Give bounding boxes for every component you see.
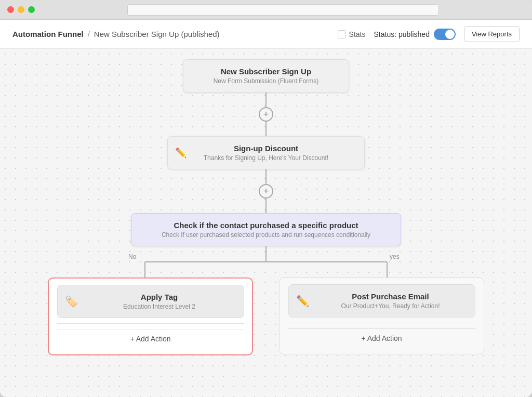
breadcrumb-separator: /	[88, 30, 90, 38]
app-window: Automation Funnel / New Subscriber Sign …	[0, 0, 532, 397]
right-divider	[288, 323, 475, 323]
svg-text:yes: yes	[390, 253, 400, 260]
stats-label: Stats	[349, 30, 366, 38]
condition-node[interactable]: Check if the contact purchased a specifi…	[131, 213, 401, 246]
line-2b	[265, 198, 267, 213]
stats-toggle[interactable]: Stats	[338, 30, 366, 38]
view-reports-button[interactable]: View Reports	[464, 26, 520, 42]
stats-checkbox[interactable]	[338, 30, 346, 38]
trigger-subtitle: New Form Submission (Fluent Forms)	[194, 77, 338, 85]
email-subtitle: Thanks for Signing Up, Here's Your Disco…	[178, 154, 354, 162]
svg-text:No: No	[128, 253, 137, 260]
left-divider	[57, 323, 244, 324]
post-purchase-subtitle: Our Product+You, Ready for Action!	[315, 302, 467, 310]
breadcrumb: Automation Funnel / New Subscriber Sign …	[12, 30, 338, 38]
titlebar	[0, 0, 532, 20]
connector-1: +	[259, 92, 273, 136]
email-node[interactable]: ✏️ Sign-up Discount Thanks for Signing U…	[167, 136, 365, 169]
status-group: Status: published	[374, 29, 456, 40]
apply-tag-subtitle: Education Interest Level 2	[84, 303, 235, 310]
flow-nodes: New Subscriber Sign Up New Form Submissi…	[10, 59, 522, 355]
connector-2: +	[259, 169, 273, 213]
post-purchase-icon: ✏️	[296, 295, 309, 307]
branch-row: 🏷️ Apply Tag Education Interest Level 2 …	[43, 277, 489, 355]
branch-lines-svg: No yes	[43, 246, 489, 277]
line-1b	[265, 122, 267, 136]
left-branch-container: 🏷️ Apply Tag Education Interest Level 2 …	[48, 277, 253, 355]
status-toggle[interactable]	[434, 29, 456, 40]
tag-icon: 🏷️	[65, 295, 78, 308]
apply-tag-node[interactable]: 🏷️ Apply Tag Education Interest Level 2	[57, 285, 244, 318]
breadcrumb-main: Automation Funnel	[12, 30, 84, 38]
maximize-button[interactable]	[28, 6, 35, 13]
right-add-action-btn[interactable]: + Add Action	[288, 328, 475, 348]
left-add-action-btn[interactable]: + Add Action	[57, 329, 244, 348]
close-button[interactable]	[7, 6, 14, 13]
breadcrumb-sub: New Subscriber Sign Up (published)	[94, 30, 220, 38]
post-purchase-node[interactable]: ✏️ Post Purchase Email Our Product+You, …	[288, 284, 475, 317]
trigger-node[interactable]: New Subscriber Sign Up New Form Submissi…	[183, 59, 349, 92]
email-icon: ✏️	[175, 147, 187, 158]
condition-subtitle: Check If user purchased selected product…	[142, 231, 390, 239]
url-bar[interactable]	[127, 4, 439, 16]
post-purchase-title: Post Purchase Email	[315, 292, 467, 301]
right-branch-container: ✏️ Post Purchase Email Our Product+You, …	[279, 277, 484, 354]
email-title: Sign-up Discount	[178, 144, 354, 153]
branch-section: No yes 🏷️ Apply Tag Education Interest L…	[43, 246, 489, 355]
add-node-btn-1[interactable]: +	[259, 107, 273, 122]
toggle-knob	[445, 30, 455, 39]
line-2	[265, 169, 267, 184]
minimize-button[interactable]	[18, 6, 24, 13]
flow-canvas: New Subscriber Sign Up New Form Submissi…	[0, 49, 532, 397]
window-controls	[7, 6, 35, 13]
line-1	[265, 92, 267, 107]
status-label: Status: published	[374, 30, 430, 38]
topbar: Automation Funnel / New Subscriber Sign …	[0, 20, 532, 49]
add-node-btn-2[interactable]: +	[259, 184, 273, 198]
topbar-right: Stats Status: published View Reports	[338, 26, 520, 42]
condition-title: Check if the contact purchased a specifi…	[142, 221, 390, 230]
trigger-title: New Subscriber Sign Up	[194, 67, 338, 76]
top-section: New Subscriber Sign Up New Form Submissi…	[131, 59, 401, 246]
apply-tag-title: Apply Tag	[84, 293, 235, 301]
